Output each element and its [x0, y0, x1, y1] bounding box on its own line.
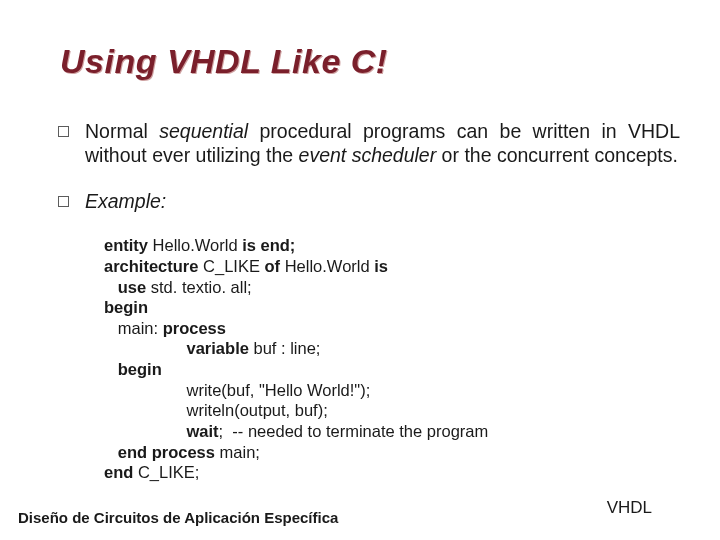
kw: architecture	[104, 257, 198, 275]
code-text: ; -- needed to terminate the program	[219, 422, 489, 440]
slide-title: Using VHDL Like C!	[60, 42, 388, 81]
bullet-item-2: Example:	[58, 190, 680, 214]
code-text: buf : line;	[249, 339, 321, 357]
kw: entity	[104, 236, 148, 254]
code-text: C_LIKE;	[133, 463, 199, 481]
text-fragment: or the concurrent concepts.	[436, 144, 678, 166]
bullet-text-1: Normal sequential procedural programs ca…	[85, 120, 680, 168]
code-text: write(buf, "Hello World!");	[104, 381, 370, 399]
code-text: Hello.World	[280, 257, 374, 275]
code-line: begin	[104, 359, 680, 380]
code-line: wait; -- needed to terminate the program	[104, 421, 680, 442]
bullet-square-icon	[58, 196, 69, 207]
footer-right: VHDL	[607, 498, 652, 518]
code-line: begin	[104, 297, 680, 318]
code-line: variable buf : line;	[104, 338, 680, 359]
kw: wait	[104, 422, 219, 440]
kw: begin	[104, 360, 162, 378]
footer-left: Diseño de Circuitos de Aplicación Especí…	[18, 509, 338, 526]
kw: begin	[104, 298, 148, 316]
code-text: C_LIKE	[198, 257, 264, 275]
text-fragment: Normal	[85, 120, 159, 142]
code-line: main: process	[104, 318, 680, 339]
kw: of	[265, 257, 281, 275]
code-text: Hello.World	[148, 236, 242, 254]
content-area: Normal sequential procedural programs ca…	[58, 120, 680, 483]
code-line: end process main;	[104, 442, 680, 463]
code-line: architecture C_LIKE of Hello.World is	[104, 256, 680, 277]
text-fragment-italic: sequential	[159, 120, 248, 142]
bullet-text-2: Example:	[85, 190, 166, 214]
kw: variable	[104, 339, 249, 357]
code-line: end C_LIKE;	[104, 462, 680, 483]
code-line: writeln(output, buf);	[104, 400, 680, 421]
text-fragment-italic: event scheduler	[299, 144, 437, 166]
bullet-square-icon	[58, 126, 69, 137]
code-text: writeln(output, buf);	[104, 401, 328, 419]
kw: end process	[104, 443, 215, 461]
code-block: entity Hello.World is end; architecture …	[104, 235, 680, 483]
kw: is end;	[242, 236, 295, 254]
kw: is	[374, 257, 388, 275]
code-text: std. textio. all;	[146, 278, 251, 296]
kw: process	[163, 319, 226, 337]
code-text: main:	[104, 319, 163, 337]
kw: use	[104, 278, 146, 296]
kw: end	[104, 463, 133, 481]
code-line: write(buf, "Hello World!");	[104, 380, 680, 401]
code-line: use std. textio. all;	[104, 277, 680, 298]
slide: Using VHDL Like C! Normal sequential pro…	[0, 0, 720, 540]
code-line: entity Hello.World is end;	[104, 235, 680, 256]
bullet-item-1: Normal sequential procedural programs ca…	[58, 120, 680, 168]
code-text: main;	[215, 443, 260, 461]
